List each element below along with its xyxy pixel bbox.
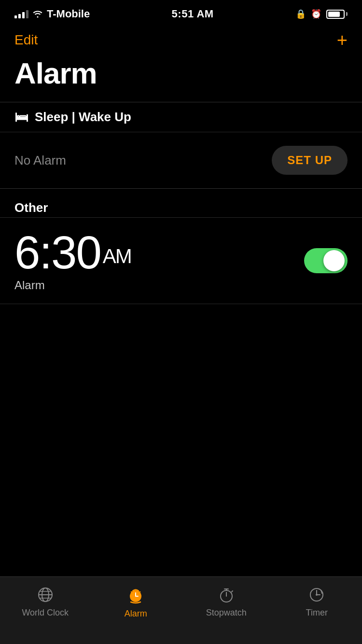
status-bar: T-Mobile 5:51 AM 🔒 ⏰ (0, 0, 362, 26)
tab-stopwatch[interactable]: Stopwatch (181, 586, 272, 618)
tab-bar: World Clock Alarm Stopwatc (0, 576, 362, 644)
alarm-label: Alarm (14, 279, 131, 292)
edit-button[interactable]: Edit (14, 32, 38, 48)
other-label: Other (0, 196, 362, 217)
battery-indicator (326, 10, 348, 19)
no-alarm-row: No Alarm SET UP (0, 132, 362, 188)
alarm-item[interactable]: 6:30AM Alarm (0, 217, 362, 304)
timer-icon (307, 586, 326, 604)
tab-world-clock[interactable]: World Clock (0, 586, 91, 618)
other-section: Other 6:30AM Alarm (0, 188, 362, 304)
tab-timer-label: Timer (306, 608, 328, 618)
alarm-time-block: 6:30AM Alarm (14, 229, 131, 292)
setup-button[interactable]: SET UP (272, 146, 348, 175)
wifi-icon (32, 10, 43, 18)
sleep-wakeup-label: Sleep | Wake Up (35, 110, 131, 125)
tab-alarm[interactable]: Alarm (91, 586, 181, 619)
nav-header: Edit + (0, 26, 362, 56)
globe-icon (36, 586, 55, 604)
toggle-knob (323, 250, 345, 271)
alarm-toggle[interactable] (304, 248, 348, 273)
tab-world-clock-label: World Clock (22, 608, 69, 618)
status-left: T-Mobile (14, 8, 90, 20)
bed-icon: 🛏 (14, 109, 28, 125)
status-right: 🔒 ⏰ (295, 9, 348, 19)
signal-bars (14, 10, 28, 18)
carrier-name: T-Mobile (47, 8, 90, 20)
status-time: 5:51 AM (172, 8, 214, 20)
alarm-time: 6:30AM (14, 229, 131, 276)
tab-alarm-label: Alarm (125, 609, 147, 619)
tab-stopwatch-label: Stopwatch (206, 608, 247, 618)
stopwatch-icon (217, 586, 236, 604)
svg-line-16 (232, 591, 233, 592)
alarm-tab-icon (126, 586, 145, 605)
add-alarm-button[interactable]: + (337, 31, 348, 49)
no-alarm-text: No Alarm (14, 153, 66, 168)
page-title: Alarm (0, 56, 362, 102)
svg-point-18 (316, 594, 318, 596)
lock-icon: 🔒 (295, 9, 306, 19)
alarm-status-icon: ⏰ (311, 9, 321, 19)
tab-timer[interactable]: Timer (272, 586, 362, 618)
sleep-wakeup-header: 🛏 Sleep | Wake Up (0, 102, 362, 132)
